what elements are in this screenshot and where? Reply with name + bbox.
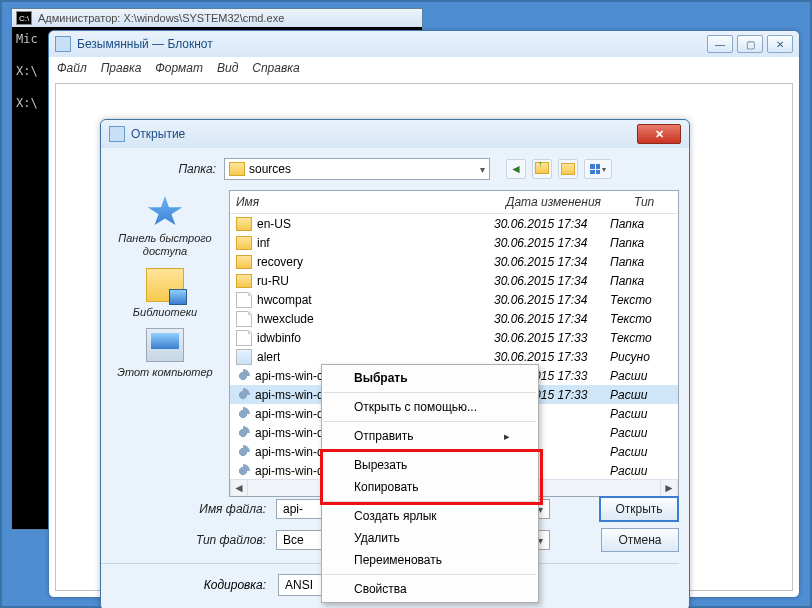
file-icon: [236, 292, 252, 308]
ctx-rename[interactable]: Переименовать: [322, 549, 538, 571]
menu-format[interactable]: Формат: [155, 61, 203, 75]
ctx-send-to[interactable]: Отправить ▸: [322, 425, 538, 447]
places-bar: Панель быстрого доступа Библиотеки Этот …: [109, 190, 221, 500]
file-date: 30.06.2015 17:34: [494, 293, 610, 307]
file-name: en-US: [257, 217, 291, 231]
folder-icon: [236, 217, 252, 231]
filename-label: Имя файла:: [101, 502, 266, 516]
folder-icon: [236, 236, 252, 250]
file-type: Расши: [610, 369, 662, 383]
libraries-icon: [146, 268, 184, 302]
maximize-button[interactable]: ▢: [737, 35, 763, 53]
file-row[interactable]: inf30.06.2015 17:34Папка: [230, 233, 678, 252]
notepad-title-text: Безымянный — Блокнот: [77, 37, 213, 51]
ctx-open-with[interactable]: Открыть с помощью...: [322, 396, 538, 418]
views-button[interactable]: ▾: [584, 159, 612, 179]
new-folder-button[interactable]: [558, 159, 578, 179]
gear-icon: [236, 388, 250, 402]
star-icon: [147, 196, 183, 228]
notepad-menubar: Файл Правка Формат Вид Справка: [49, 57, 799, 79]
place-libraries-label: Библиотеки: [115, 306, 215, 318]
file-row[interactable]: ru-RU30.06.2015 17:34Папка: [230, 271, 678, 290]
file-date: 30.06.2015 17:34: [494, 236, 610, 250]
file-type: Папка: [610, 217, 662, 231]
notepad-icon: [55, 36, 71, 52]
context-menu: Выбрать Открыть с помощью... Отправить ▸…: [321, 364, 539, 603]
lookin-label: Папка:: [111, 162, 216, 176]
back-button[interactable]: ◄: [506, 159, 526, 179]
ctx-copy[interactable]: Копировать: [322, 476, 538, 498]
filename-value: api-: [283, 502, 303, 516]
folder-icon: [236, 255, 252, 269]
gear-icon: [236, 464, 250, 478]
file-date: 30.06.2015 17:34: [494, 255, 610, 269]
file-type: Тексто: [610, 293, 662, 307]
open-dialog-titlebar[interactable]: Открытие ✕: [101, 120, 689, 148]
file-row[interactable]: hwexclude30.06.2015 17:34Тексто: [230, 309, 678, 328]
file-type: Расши: [610, 388, 662, 402]
folder-combo-value: sources: [249, 162, 291, 176]
place-quickaccess-label: Панель быстрого доступа: [115, 232, 215, 258]
file-date: 30.06.2015 17:33: [494, 350, 610, 364]
gear-icon: [236, 369, 250, 383]
file-row[interactable]: recovery30.06.2015 17:34Папка: [230, 252, 678, 271]
chevron-right-icon: ▸: [504, 430, 510, 443]
col-date[interactable]: Дата изменения: [500, 191, 628, 213]
folder-up-icon: ↑: [535, 162, 549, 177]
ctx-shortcut[interactable]: Создать ярлык: [322, 505, 538, 527]
up-button[interactable]: ↑: [532, 159, 552, 179]
menu-edit[interactable]: Правка: [101, 61, 142, 75]
col-type[interactable]: Тип: [628, 191, 679, 213]
file-name: alert: [257, 350, 280, 364]
ctx-select[interactable]: Выбрать: [322, 367, 538, 389]
chevron-down-icon: ▾: [480, 164, 485, 175]
menu-file[interactable]: Файл: [57, 61, 87, 75]
file-row[interactable]: idwbinfo30.06.2015 17:33Тексто: [230, 328, 678, 347]
encoding-label: Кодировка:: [101, 578, 266, 592]
menu-help[interactable]: Справка: [252, 61, 299, 75]
file-name: ru-RU: [257, 274, 289, 288]
place-libraries[interactable]: Библиотеки: [115, 268, 215, 318]
file-type: Тексто: [610, 331, 662, 345]
file-type: Расши: [610, 445, 662, 459]
menu-view[interactable]: Вид: [217, 61, 238, 75]
file-type: Папка: [610, 236, 662, 250]
folder-icon: [236, 274, 252, 288]
file-date: 30.06.2015 17:34: [494, 274, 610, 288]
views-icon: [590, 164, 600, 174]
file-name: hwexclude: [257, 312, 314, 326]
open-button[interactable]: Открыть: [599, 496, 679, 522]
minimize-button[interactable]: —: [707, 35, 733, 53]
file-row[interactable]: en-US30.06.2015 17:34Папка: [230, 214, 678, 233]
file-row[interactable]: hwcompat30.06.2015 17:34Тексто: [230, 290, 678, 309]
gear-icon: [236, 407, 250, 421]
cancel-button[interactable]: Отмена: [601, 528, 679, 552]
place-computer-label: Этот компьютер: [115, 366, 215, 378]
computer-icon: [146, 328, 184, 362]
ctx-cut[interactable]: Вырезать: [322, 454, 538, 476]
encoding-value: ANSI: [285, 578, 313, 592]
cmd-title-text: Администратор: X:\windows\SYSTEM32\cmd.e…: [38, 12, 284, 24]
file-type: Расши: [610, 464, 662, 478]
file-list-header[interactable]: Имя Дата изменения Тип: [230, 191, 678, 214]
dialog-close-button[interactable]: ✕: [637, 124, 681, 144]
file-date: 30.06.2015 17:34: [494, 217, 610, 231]
file-type: Папка: [610, 274, 662, 288]
file-name: hwcompat: [257, 293, 312, 307]
col-name[interactable]: Имя: [230, 191, 500, 213]
folder-combo[interactable]: sources ▾: [224, 158, 490, 180]
image-icon: [236, 349, 252, 365]
filetype-label: Тип файлов:: [101, 533, 266, 547]
place-computer[interactable]: Этот компьютер: [115, 328, 215, 378]
ctx-delete[interactable]: Удалить: [322, 527, 538, 549]
notepad-titlebar[interactable]: Безымянный — Блокнот — ▢ ✕: [49, 31, 799, 57]
ctx-properties[interactable]: Свойства: [322, 578, 538, 600]
file-type: Расши: [610, 407, 662, 421]
dialog-icon: [109, 126, 125, 142]
filetype-value: Все: [283, 533, 304, 547]
close-button[interactable]: ✕: [767, 35, 793, 53]
gear-icon: [236, 426, 250, 440]
folder-icon: [229, 162, 245, 176]
place-quickaccess[interactable]: Панель быстрого доступа: [115, 196, 215, 258]
file-date: 30.06.2015 17:33: [494, 331, 610, 345]
